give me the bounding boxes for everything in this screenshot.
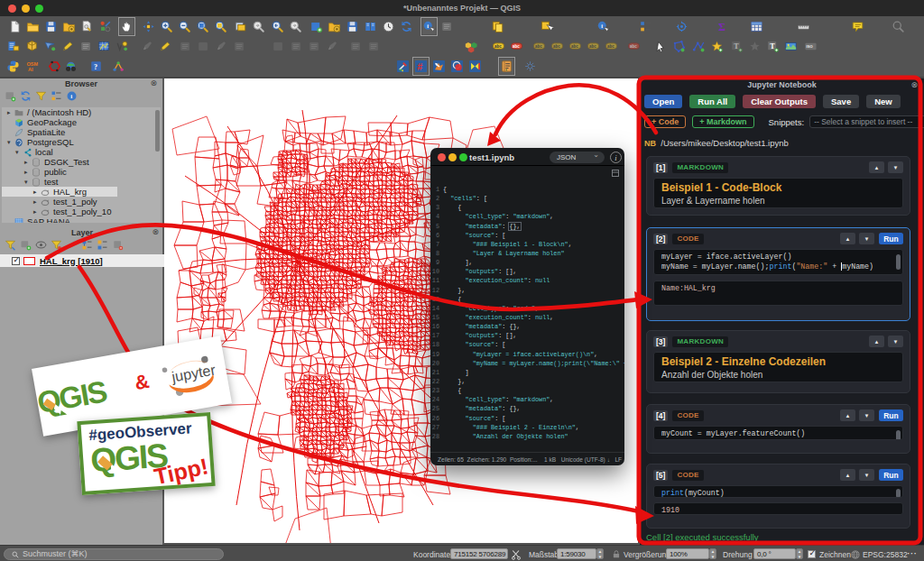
svg-text:abc: abc bbox=[535, 44, 542, 49]
svg-text:QGIS: QGIS bbox=[35, 374, 110, 419]
svg-text:OSM: OSM bbox=[26, 61, 38, 67]
svg-text:T: T bbox=[734, 41, 739, 50]
svg-text:i: i bbox=[601, 23, 603, 29]
svg-text:?: ? bbox=[94, 62, 97, 70]
svg-text:abc: abc bbox=[571, 44, 578, 49]
svg-text:i: i bbox=[70, 93, 72, 99]
svg-text:Σ: Σ bbox=[718, 20, 725, 32]
svg-text:AI: AI bbox=[28, 66, 33, 71]
svg-text:#: # bbox=[417, 60, 422, 71]
svg-text:ISO: ISO bbox=[806, 44, 812, 49]
svg-text:T: T bbox=[770, 41, 775, 50]
svg-text:abc: abc bbox=[553, 44, 560, 49]
svg-text:abc: abc bbox=[589, 44, 596, 49]
svg-text:abc: abc bbox=[630, 44, 637, 49]
svg-text:abc: abc bbox=[494, 44, 502, 49]
svg-text:abc: abc bbox=[513, 44, 520, 49]
svg-text:abc: abc bbox=[607, 44, 614, 49]
svg-text:i: i bbox=[427, 23, 429, 29]
